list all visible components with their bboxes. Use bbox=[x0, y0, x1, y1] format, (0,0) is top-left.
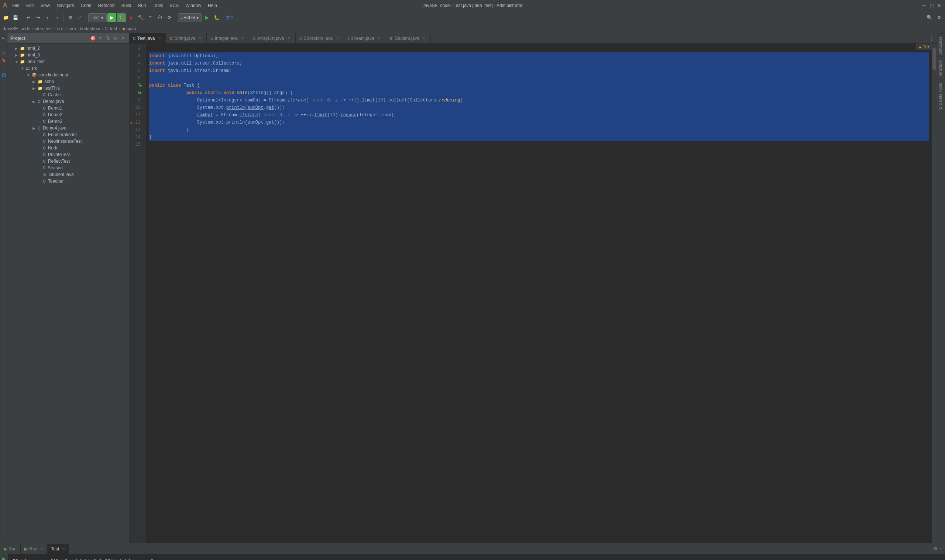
menu-build[interactable]: Build bbox=[119, 2, 134, 9]
tab-label-test[interactable]: Test.java bbox=[137, 36, 155, 41]
forward-button[interactable]: › bbox=[53, 13, 62, 22]
tab-label-stream[interactable]: Stream.java bbox=[350, 36, 374, 41]
bottom-test-tab-label[interactable]: Test bbox=[51, 546, 59, 552]
tree-item-Demo2[interactable]: C Demo2 bbox=[8, 111, 129, 118]
tab-close-collectors[interactable]: ✕ bbox=[335, 36, 340, 41]
menu-view[interactable]: View bbox=[38, 2, 53, 9]
tree-label-Demo3[interactable]: Demo3 bbox=[48, 119, 62, 124]
tree-label-ReflectTest[interactable]: ReflectTest bbox=[48, 158, 70, 164]
tab-test-java[interactable]: C Test.java ✕ bbox=[129, 33, 166, 43]
tree-arrow-src[interactable]: ▼ bbox=[21, 66, 26, 71]
project-sidebar-icon[interactable]: P bbox=[0, 35, 7, 41]
tree-item-Demo3[interactable]: C Demo3 bbox=[8, 118, 129, 125]
tree-item-idea-test[interactable]: ▼ 📁 idea_test bbox=[8, 58, 129, 65]
minimize-button[interactable]: ─ bbox=[921, 3, 927, 8]
tab-close-arraylist[interactable]: ✕ bbox=[287, 36, 291, 41]
tree-arrow-Demo-java[interactable]: ▶ bbox=[32, 100, 38, 104]
menu-edit[interactable]: Edit bbox=[23, 2, 37, 9]
code-editor-warning[interactable]: ▲ 3 ▾ bbox=[916, 43, 932, 50]
tree-label-package[interactable]: com.liudashuai bbox=[39, 72, 68, 77]
coverage-button[interactable]: ☂ bbox=[146, 13, 155, 22]
bottom-tab-test[interactable]: Test ✕ bbox=[47, 544, 69, 554]
bottom-tab-run[interactable]: ▶ Run ✕ bbox=[21, 544, 47, 554]
breadcrumb-src[interactable]: src bbox=[57, 26, 63, 31]
breadcrumb-package[interactable]: liudashuai bbox=[80, 26, 100, 31]
tab-arraylist-java[interactable]: C ArrayList.java ✕ bbox=[249, 33, 296, 43]
bottom-test-close[interactable]: ✕ bbox=[62, 547, 65, 551]
tree-label-testThis[interactable]: testThis bbox=[44, 86, 60, 91]
tree-item-package[interactable]: ▼ 📦 com.liudashuai bbox=[8, 72, 129, 78]
tab-close-stream[interactable]: ✕ bbox=[376, 36, 381, 41]
menu-file[interactable]: File bbox=[9, 2, 23, 9]
bottom-output[interactable]: "D:\1program file\Java\jdk1.8.0_231\bin\… bbox=[8, 554, 945, 560]
bookmarks-sidebar-icon[interactable]: 🔖 bbox=[0, 57, 7, 63]
right-tab-bigdata[interactable]: Big Data Tools bbox=[937, 80, 945, 112]
tree-arrow-testThis[interactable]: ▶ bbox=[32, 86, 38, 91]
tab-close-integer[interactable]: ✕ bbox=[240, 36, 245, 41]
settings-button[interactable]: ⚙ bbox=[935, 13, 943, 22]
editor-scrollbar[interactable] bbox=[932, 43, 937, 543]
bottom-run-close[interactable]: ✕ bbox=[40, 547, 43, 551]
run-button[interactable]: ▶ bbox=[108, 13, 116, 22]
tree-arrow-Demo4[interactable]: ▶ bbox=[32, 126, 38, 130]
breadcrumb-file[interactable]: C Test bbox=[105, 26, 117, 31]
project-sort-button[interactable]: ⇅ bbox=[105, 35, 111, 42]
tree-label-PrivateTest[interactable]: PrivateTest bbox=[48, 152, 70, 157]
tab-label-collectors[interactable]: Collectors.java bbox=[304, 36, 333, 41]
structure-sidebar-icon[interactable]: ⊞ bbox=[0, 49, 7, 56]
tree-label-Demo-java[interactable]: Demo.java bbox=[43, 99, 64, 104]
breadcrumb-module[interactable]: idea_test bbox=[35, 26, 53, 31]
bottom-run-tab-label[interactable]: Run bbox=[29, 546, 37, 552]
tree-label-Teacher[interactable]: Teacher bbox=[48, 178, 64, 184]
search-everywhere-button[interactable]: 🔍 bbox=[925, 13, 934, 22]
tree-item-Student[interactable]: 🗎 Student.java bbox=[8, 171, 129, 178]
tree-arrow-html3[interactable]: ▶ bbox=[15, 53, 20, 57]
tab-collectors-java[interactable]: C Collectors.java ✕ bbox=[296, 33, 344, 43]
close-button[interactable]: ✕ bbox=[936, 3, 942, 8]
right-tab-structure[interactable]: Structure bbox=[937, 57, 945, 80]
debug-button[interactable]: 🐛 bbox=[117, 13, 126, 22]
tree-label-Season[interactable]: Season bbox=[48, 165, 63, 171]
run-config-dropdown[interactable]: Test ▾ bbox=[88, 13, 107, 22]
tree-item-NewInstanceTest[interactable]: C NewInstanceTest bbox=[8, 138, 129, 145]
tree-label-Node[interactable]: Node bbox=[48, 145, 59, 151]
code-content[interactable]: import java.util.Optional; import java.u… bbox=[146, 43, 932, 543]
stop-button[interactable]: ■ bbox=[126, 13, 136, 22]
editor-scroll-thumb[interactable] bbox=[933, 48, 936, 70]
menu-tools[interactable]: Tools bbox=[150, 2, 166, 9]
tree-label-src[interactable]: src bbox=[31, 66, 37, 71]
jrebel-debug-button[interactable]: 🐛 bbox=[212, 13, 221, 22]
undo-button[interactable]: ↩ bbox=[24, 13, 33, 22]
tab-label-student[interactable]: Student.java bbox=[395, 36, 419, 41]
bottom-panel-settings[interactable]: ⚙ − bbox=[933, 546, 945, 552]
tab-stream-java[interactable]: I Stream.java ✕ bbox=[344, 33, 385, 43]
menu-bar[interactable]: File Edit View Navigate Code Refactor Bu… bbox=[9, 2, 220, 9]
right-tab-database[interactable]: Database bbox=[937, 33, 945, 57]
redo-button[interactable]: ↪ bbox=[34, 13, 42, 22]
tabs-more-button[interactable]: ⋮ bbox=[926, 35, 937, 41]
warning-chevron[interactable]: ▾ bbox=[927, 44, 930, 49]
tree-item-Enum01[interactable]: C Enumeration01 bbox=[8, 131, 129, 138]
rerun-button[interactable]: ▶ bbox=[1, 555, 8, 560]
window-controls[interactable]: ─ □ ✕ bbox=[921, 3, 942, 8]
tree-label-Demo1[interactable]: Demo1 bbox=[48, 106, 62, 111]
tree-item-Demo-java[interactable]: ▶ C Demo.java bbox=[8, 98, 129, 105]
breadcrumb-method[interactable]: m main bbox=[122, 26, 136, 31]
tab-integer-java[interactable]: C Integer.java ✕ bbox=[207, 33, 249, 43]
web-sidebar-icon[interactable]: 🌐 bbox=[0, 72, 7, 78]
project-collapse-button[interactable]: ≡ bbox=[97, 35, 104, 42]
save-button[interactable]: 💾 bbox=[11, 13, 20, 22]
tree-label-html3[interactable]: html_3 bbox=[26, 52, 40, 58]
reload-button[interactable]: ⟳ bbox=[165, 13, 174, 22]
menu-help[interactable]: Help bbox=[205, 2, 220, 9]
project-header-actions[interactable]: 🎯 ≡ ⇅ ⚙ ✕ bbox=[90, 35, 126, 42]
tree-label-Student[interactable]: Student.java bbox=[49, 172, 74, 177]
maximize-button[interactable]: □ bbox=[929, 3, 935, 8]
tree-label-Demo2[interactable]: Demo2 bbox=[48, 112, 62, 117]
tree-label-Demo4[interactable]: Demo4.java bbox=[43, 125, 66, 131]
tab-label-arraylist[interactable]: ArrayList.java bbox=[257, 36, 284, 41]
tab-close-test[interactable]: ✕ bbox=[157, 36, 162, 41]
jrebel-run-button[interactable]: ▶ bbox=[203, 13, 211, 22]
tree-item-Demo1[interactable]: C Demo1 bbox=[8, 105, 129, 111]
compare-button[interactable]: ⇌ bbox=[75, 13, 84, 22]
